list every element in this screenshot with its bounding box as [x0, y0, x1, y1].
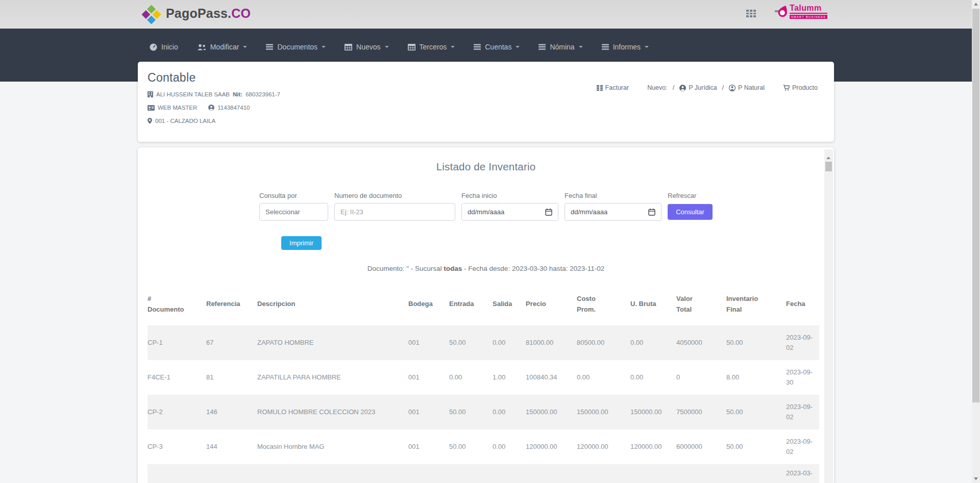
table-cell: 50.00: [726, 395, 786, 429]
page-scrollbar-thumb[interactable]: [972, 9, 979, 402]
table-cell: 80500.00: [577, 325, 630, 360]
table-cell: 8.00: [726, 360, 786, 395]
consulta-label: Consulta por: [259, 192, 328, 199]
nav-item-cuentas[interactable]: Cuentas: [474, 38, 520, 56]
table-cell: 001: [408, 360, 449, 395]
table-cell: [526, 464, 577, 483]
table-cell: 67: [206, 325, 257, 360]
inventory-title: Listado de Inventario: [138, 161, 834, 173]
fecha-inicio-input[interactable]: dd/mm/aaaa: [461, 203, 558, 221]
user-circle-icon: [729, 85, 736, 91]
imprimir-button[interactable]: Imprimir: [281, 236, 322, 250]
scroll-down-icon[interactable]: [974, 477, 978, 480]
table-cell: 001: [408, 325, 449, 360]
facturar-grid-icon: [597, 85, 603, 91]
nav-item-informes[interactable]: Informes: [602, 38, 649, 56]
table-row: CP-167ZAPATO HOMBRE00150.000.0081000.008…: [148, 325, 819, 360]
table-cell: ZAPATILLA PARA HOMBRE: [257, 360, 408, 395]
list-icon: [266, 44, 273, 50]
fecha-final-field: Fecha final dd/mm/aaaa: [565, 192, 662, 221]
page-scrollbar: [972, 0, 980, 483]
chevron-down-icon: [451, 46, 455, 50]
table-scrollbar-thumb[interactable]: [825, 162, 832, 171]
list-icon: [474, 44, 481, 50]
chevron-down-icon: [645, 46, 649, 50]
inventory-table-header-row: # DocumentoReferenciaDescripcionBodegaEn…: [148, 294, 819, 325]
table-cell: 50.00: [449, 395, 493, 429]
talumm-name: Talumm: [790, 4, 827, 14]
table-cell: 144: [206, 429, 257, 464]
map-marker-icon: [148, 118, 152, 124]
scroll-up-icon[interactable]: [826, 155, 830, 159]
nav-label: Nómina: [550, 43, 574, 51]
nav-item-documentos[interactable]: Documentos: [266, 38, 326, 56]
chevron-down-icon: [385, 46, 389, 50]
date-placeholder: dd/mm/aaaa: [571, 208, 607, 216]
table-cell: [577, 464, 630, 483]
company-info-line: ALI HUSSEIN TALEB SAAB Nit: 680323961-7: [148, 91, 834, 97]
list-icon: [602, 44, 609, 50]
table-cell: 001: [408, 395, 449, 429]
nav-label: Informes: [613, 43, 641, 51]
filters-form: Consulta por Seleccionar Numero de docum…: [138, 192, 834, 221]
nav-item-terceros[interactable]: Terceros: [408, 38, 455, 56]
consulta-select[interactable]: Seleccionar: [259, 203, 328, 221]
branch-info-line: 001 - CALZADO LAILA: [148, 118, 834, 124]
chevron-down-icon: [322, 46, 326, 50]
producto-link[interactable]: Producto: [783, 84, 818, 91]
table-cell: 0.00: [493, 395, 526, 429]
branch-name: 001 - CALZADO LAILA: [155, 118, 215, 124]
apps-grid-icon[interactable]: [746, 10, 757, 17]
refrescar-field: Refrescar Consultar: [668, 192, 713, 220]
chevron-down-icon: [243, 46, 247, 50]
table-cell: 0.00: [449, 360, 493, 395]
facturar-label: Facturar: [605, 84, 629, 91]
column-header: Costo Prom.: [577, 294, 630, 325]
refrescar-label: Refrescar: [668, 192, 713, 199]
table-cell: 50.00: [726, 325, 786, 360]
nav-item-nuevos[interactable]: Nuevos: [345, 38, 388, 56]
column-header: Valor Total: [676, 294, 726, 325]
column-header: Referencia: [206, 294, 257, 325]
documento-label: Numero de documento: [334, 192, 455, 199]
user-info-line: WEB MASTER 1143847410: [148, 105, 834, 111]
pagopass-logo[interactable]: PagoPass.CO: [144, 6, 251, 21]
nav-item-modificar[interactable]: Modificar: [197, 38, 248, 56]
fecha-inicio-label: Fecha inicio: [461, 192, 558, 199]
table-cell: 0.00: [493, 325, 526, 360]
table-cell: 2023-09-30: [786, 360, 819, 395]
column-header: U. Bruta: [630, 294, 676, 325]
table-cell: CP-3: [148, 429, 206, 464]
calendar-icon[interactable]: [545, 208, 552, 216]
facturar-link[interactable]: Facturar: [597, 84, 629, 91]
fecha-final-input[interactable]: dd/mm/aaaa: [565, 203, 662, 221]
p-natural-link[interactable]: P Natural: [729, 84, 765, 91]
producto-label: Producto: [792, 84, 818, 91]
table-row: CP-3144Mocasin Hombre MAG00150.000.00120…: [148, 429, 819, 464]
table-cell: 150000.00: [630, 395, 676, 429]
nit-value: 680323961-7: [246, 91, 280, 97]
table-cell: 50.00: [449, 429, 493, 464]
p-juridica-link[interactable]: P Jurídica: [679, 84, 717, 91]
nav-item-inicio[interactable]: Inicio: [150, 38, 178, 56]
inventory-table-body: CP-167ZAPATO HOMBRE00150.000.0081000.008…: [148, 325, 819, 483]
user-role: WEB MASTER: [158, 105, 197, 111]
nav-item-nomina[interactable]: Nómina: [538, 38, 582, 56]
table-cell: [257, 464, 408, 483]
pagopass-diamond-icon: [141, 5, 161, 24]
table-cell: 146: [206, 395, 257, 429]
documento-input[interactable]: [334, 203, 455, 221]
table-cell: 120000.00: [577, 429, 630, 464]
table-cell: ROMULO HOMBRE COLECCION 2023: [257, 395, 408, 429]
inventory-table: # DocumentoReferenciaDescripcionBodegaEn…: [148, 294, 819, 483]
fecha-final-label: Fecha final: [565, 192, 662, 199]
date-placeholder: dd/mm/aaaa: [468, 208, 504, 216]
column-header: Bodega: [408, 294, 449, 325]
contable-actions: Facturar Nuevo: / P Jurídica / P Natural…: [597, 84, 818, 91]
nav-label: Modificar: [210, 43, 239, 51]
scroll-up-icon[interactable]: [974, 3, 978, 6]
id-card-icon: [148, 105, 155, 111]
users-icon: [197, 44, 206, 50]
calendar-icon[interactable]: [648, 208, 655, 216]
consultar-button[interactable]: Consultar: [668, 204, 713, 220]
